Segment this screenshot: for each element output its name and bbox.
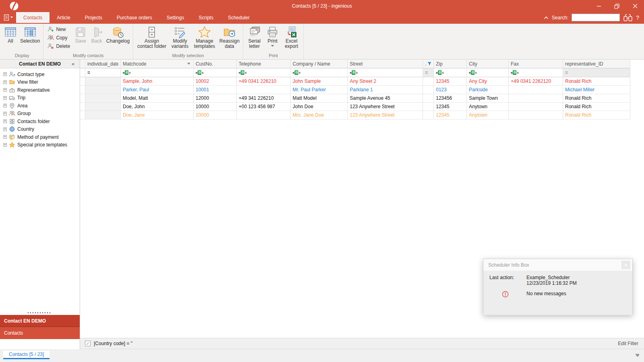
filter-cell-telephone[interactable]: aBc (237, 68, 291, 77)
collapse-ribbon-icon[interactable] (544, 16, 549, 19)
grid-cell[interactable]: Any Street 2 (348, 77, 423, 86)
column-header-individual-date-1[interactable]: individual_date_1 (85, 60, 121, 68)
filter-checkbox[interactable] (85, 341, 91, 346)
sidebar-collapse-icon[interactable] (72, 61, 80, 67)
sidebar-item-group[interactable]: Group (0, 110, 80, 118)
grid-cell[interactable]: 0123 (434, 86, 467, 94)
grid-cell[interactable]: 10000 (194, 111, 237, 119)
grid-cell[interactable]: +49 341 226210 (237, 94, 291, 103)
grid-cell[interactable]: 123 Anywhere Street (348, 111, 423, 119)
grid-cell[interactable]: 10002 (194, 77, 237, 86)
grid-cell[interactable]: Doe, John (121, 103, 194, 111)
filter-cell-fax[interactable]: aBc (509, 68, 563, 77)
grid-cell[interactable] (423, 86, 434, 94)
expand-icon[interactable] (3, 72, 7, 76)
grid-cell[interactable]: Any City (467, 77, 509, 86)
nav-item-contacts[interactable]: Contacts (0, 327, 80, 339)
grid-cell[interactable]: Matt Model (291, 94, 348, 103)
copy-button[interactable]: Copy (46, 34, 72, 42)
table-row[interactable]: Model, Matt12000+49 341 226210Matt Model… (80, 94, 644, 103)
sidebar-item-country[interactable]: Country (0, 125, 80, 134)
filter-cell-individual-date-1[interactable]: = (85, 68, 121, 77)
filter-cell-zip[interactable]: aBc (434, 68, 467, 77)
close-button[interactable] (626, 0, 644, 12)
grid-cell[interactable]: 12345 (434, 111, 467, 119)
table-row[interactable]: Sample, John10002+49 0341 226210John Sam… (80, 77, 644, 86)
reassign-data-button[interactable]: Reassign data (218, 25, 241, 53)
column-header-city[interactable]: City (467, 60, 509, 68)
table-row[interactable]: Doe, John10000+00 123 456 987John Doe123… (80, 103, 644, 111)
grid-cell[interactable] (423, 94, 434, 103)
grid-cell[interactable]: 12345 (434, 77, 467, 86)
menu-tab-scheduler[interactable]: Scheduler (221, 12, 257, 23)
grid-cell[interactable] (85, 103, 121, 111)
all-button[interactable]: All (2, 25, 19, 53)
expand-icon[interactable] (3, 135, 7, 139)
filter-cell-company-name[interactable]: aBc (291, 68, 348, 77)
grid-cell[interactable]: John Sample (291, 77, 348, 86)
grid-cell[interactable]: Parkside (467, 86, 509, 94)
grid-cell[interactable] (509, 94, 563, 103)
sidebar-item-trip[interactable]: Trip (0, 94, 80, 102)
scheduler-box-close-button[interactable] (621, 261, 630, 269)
grid-cell[interactable]: Ronald Rich (563, 77, 630, 86)
grid-cell[interactable]: Sample Town (467, 94, 509, 103)
grid-cell[interactable] (509, 86, 563, 94)
filter-cell--[interactable]: = (423, 68, 434, 77)
menu-tab-purchase-orders[interactable]: Purchase orders (109, 12, 159, 23)
grid-cell[interactable]: +49 0341 226210 (237, 77, 291, 86)
expand-icon[interactable] (3, 112, 7, 115)
filter-cell-city[interactable]: aBc (467, 68, 509, 77)
column-header--[interactable]: ... (423, 60, 434, 68)
filter-cell-custno-[interactable]: aBc (194, 68, 237, 77)
assign-contact-folder-button[interactable]: Assign contact folder (135, 25, 169, 53)
grid-cell[interactable]: 12345 (434, 103, 467, 111)
sidebar-item-area[interactable]: Area (0, 102, 80, 110)
expand-icon[interactable] (3, 88, 7, 92)
print-button[interactable]: Print (264, 25, 281, 53)
grid-cell[interactable] (423, 77, 434, 86)
menu-tab-projects[interactable]: Projects (78, 12, 109, 23)
grid-cell[interactable] (423, 103, 434, 111)
sidebar-item-contact-type[interactable]: ? Contact type (0, 70, 80, 78)
changelog-button[interactable]: Changelog (105, 25, 131, 53)
grid-cell[interactable] (237, 86, 291, 94)
save-button[interactable]: Save (72, 25, 89, 53)
selection-button[interactable]: Selection (19, 25, 41, 53)
table-row[interactable]: Parker, Paul10001Mr. Paul ParkerParklane… (80, 86, 644, 94)
new-button[interactable]: New (46, 25, 72, 33)
grid-cell[interactable]: Sample Avenue 45 (348, 94, 423, 103)
grid-cell[interactable]: 10000 (194, 103, 237, 111)
menu-tab-contacts[interactable]: Contacts (16, 12, 50, 23)
column-header-representative-id[interactable]: representative_ID (563, 60, 630, 68)
grid-cell[interactable]: John Doe (291, 103, 348, 111)
edit-filter-button[interactable]: Edit Filter (618, 341, 638, 346)
restore-button[interactable] (608, 0, 626, 12)
table-row[interactable]: Doe, Jane10000Mrs. Jane Doe123 Anywhere … (80, 111, 644, 119)
sidebar-item-contacts-folder[interactable]: Contacts folder (0, 117, 80, 125)
grid-cell[interactable]: +49 0341 2262120 (509, 77, 563, 86)
modify-variants-button[interactable]: Modify variants (169, 25, 191, 53)
splitter-handle[interactable] (0, 310, 80, 315)
sidebar-item-special-price-templates[interactable]: Special price templates (0, 141, 80, 149)
grid-cell[interactable] (237, 111, 291, 119)
column-header-street[interactable]: Street (348, 60, 423, 68)
grid-cell[interactable]: Parker, Paul (121, 86, 194, 94)
filter-cell-street[interactable]: aBc (348, 68, 423, 77)
grid-cell[interactable]: Ronald Rich (563, 103, 630, 111)
grid-cell[interactable]: Doe, Jane (121, 111, 194, 119)
tab-list-dropdown-icon[interactable] (636, 354, 639, 357)
filter-cell-representative-id[interactable]: = (563, 68, 630, 77)
grid-cell[interactable]: Parklane 1 (348, 86, 423, 94)
grid-cell[interactable]: 123456 (434, 94, 467, 103)
grid-cell[interactable]: Model, Matt (121, 94, 194, 103)
grid-cell[interactable]: 12000 (194, 94, 237, 103)
grid-cell[interactable]: Mr. Paul Parker (291, 86, 348, 94)
grid-cell[interactable]: Ronald Rich (563, 94, 630, 103)
grid-cell[interactable]: +00 123 456 987 (237, 103, 291, 111)
expand-icon[interactable] (3, 119, 7, 123)
expand-icon[interactable] (3, 80, 7, 84)
binoculars-icon[interactable] (623, 13, 633, 22)
column-header-matchcode[interactable]: Matchcode (121, 60, 194, 68)
help-icon[interactable] (636, 14, 639, 21)
